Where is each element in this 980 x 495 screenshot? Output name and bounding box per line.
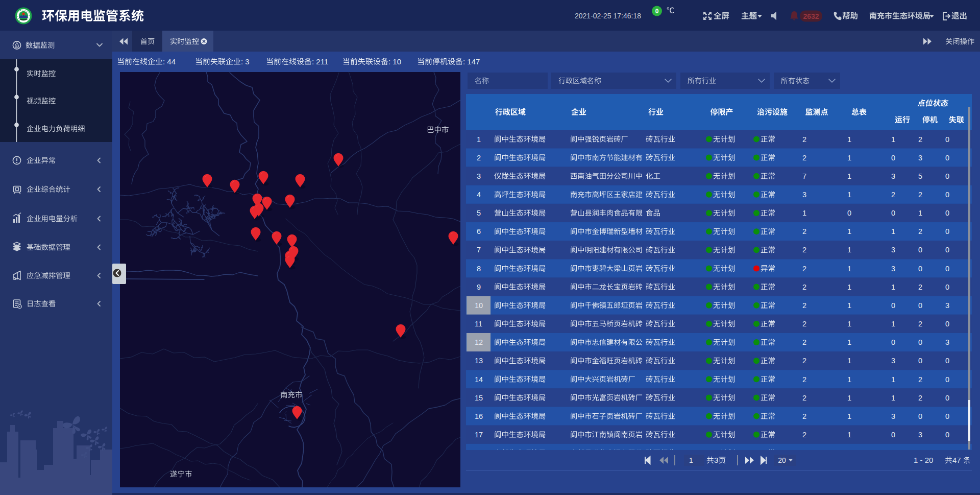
svg-text:0: 0 [891, 154, 895, 162]
svg-text:1: 1 [891, 283, 895, 291]
svg-text:2: 2 [918, 135, 922, 144]
svg-text:3: 3 [891, 246, 895, 254]
svg-text:1: 1 [847, 320, 851, 328]
svg-text:2: 2 [802, 246, 806, 254]
svg-text:2: 2 [918, 283, 922, 291]
svg-text:16: 16 [475, 412, 483, 420]
svg-text:2: 2 [477, 154, 481, 162]
svg-text:1: 1 [847, 227, 851, 235]
svg-text:: 10: : 10 [388, 57, 401, 66]
svg-text:13: 13 [475, 357, 483, 365]
svg-text:3: 3 [918, 431, 922, 439]
svg-text:1: 1 [891, 394, 895, 402]
svg-text:0: 0 [945, 320, 949, 328]
svg-text:: 44: : 44 [163, 57, 176, 66]
svg-text:1: 1 [918, 209, 922, 217]
svg-text:0: 0 [945, 357, 949, 365]
svg-text:0: 0 [918, 301, 922, 310]
svg-text:7: 7 [802, 172, 806, 180]
svg-text:0: 0 [891, 338, 895, 346]
svg-text:1: 1 [847, 431, 851, 439]
svg-text:0: 0 [655, 8, 659, 15]
svg-text:1: 1 [847, 154, 851, 162]
svg-text:2: 2 [918, 394, 922, 402]
svg-text:3: 3 [891, 172, 895, 180]
svg-text:: 147: : 147 [463, 57, 480, 66]
svg-text:17: 17 [475, 431, 483, 439]
svg-text:1: 1 [891, 135, 895, 144]
svg-text:1: 1 [847, 375, 851, 384]
svg-text:: 211: : 211 [312, 57, 328, 66]
svg-text:3: 3 [945, 301, 949, 310]
svg-text:1: 1 [847, 357, 851, 365]
svg-text:0: 0 [918, 412, 922, 420]
svg-text:0: 0 [945, 412, 949, 420]
svg-text:0: 0 [891, 431, 895, 439]
svg-text:11: 11 [475, 320, 482, 328]
svg-text:1: 1 [891, 227, 895, 235]
svg-text:20: 20 [778, 456, 786, 464]
svg-text:2: 2 [802, 154, 806, 162]
svg-text:0: 0 [945, 227, 949, 235]
svg-text:14: 14 [475, 375, 483, 384]
svg-text:1: 1 [847, 394, 851, 402]
svg-text:0: 0 [918, 265, 922, 273]
svg-text:1: 1 [847, 283, 851, 291]
svg-text:2: 2 [891, 191, 895, 199]
svg-text:6: 6 [477, 227, 481, 235]
svg-text:0: 0 [918, 357, 922, 365]
svg-text:0: 0 [847, 209, 851, 217]
svg-text:2: 2 [802, 338, 806, 346]
svg-text:3: 3 [477, 172, 481, 180]
svg-text:3: 3 [802, 191, 806, 199]
svg-text:2: 2 [918, 320, 922, 328]
svg-text:: 3: : 3 [241, 57, 250, 66]
svg-text:0: 0 [945, 191, 949, 199]
svg-text:0: 0 [918, 338, 922, 346]
svg-text:0: 0 [891, 209, 895, 217]
svg-text:0: 0 [945, 375, 949, 384]
svg-text:1 - 20: 1 - 20 [914, 456, 933, 464]
svg-text:2: 2 [802, 135, 806, 144]
svg-text:12: 12 [475, 338, 483, 346]
svg-text:3: 3 [891, 357, 895, 365]
svg-text:5: 5 [918, 172, 922, 180]
svg-text:2: 2 [802, 227, 806, 235]
svg-text:3: 3 [891, 265, 895, 273]
svg-text:2632: 2632 [803, 12, 819, 20]
svg-text:0: 0 [945, 246, 949, 254]
svg-text:2: 2 [802, 320, 806, 328]
svg-text:10: 10 [475, 301, 483, 310]
svg-text:0: 0 [945, 154, 949, 162]
svg-text:1: 1 [802, 209, 806, 217]
svg-text:0: 0 [945, 431, 949, 439]
svg-text:2: 2 [918, 191, 922, 199]
svg-text:2: 2 [802, 265, 806, 273]
svg-text:7: 7 [477, 246, 481, 254]
svg-text:9: 9 [477, 283, 481, 291]
svg-text:1: 1 [689, 456, 693, 464]
svg-text:1: 1 [847, 265, 851, 273]
svg-text:2: 2 [802, 357, 806, 365]
svg-text:2: 2 [802, 283, 806, 291]
svg-text:0: 0 [945, 172, 949, 180]
svg-text:47: 47 [952, 456, 961, 464]
svg-text:3: 3 [945, 338, 949, 346]
svg-text:2: 2 [918, 227, 922, 235]
svg-text:8: 8 [477, 265, 481, 273]
svg-text:0: 0 [945, 265, 949, 273]
svg-text:4: 4 [477, 191, 481, 199]
svg-text:0: 0 [945, 209, 949, 217]
svg-text:2: 2 [802, 431, 806, 439]
svg-text:2: 2 [918, 375, 922, 384]
svg-text:0: 0 [945, 394, 949, 402]
svg-text:0: 0 [918, 246, 922, 254]
svg-text:1: 1 [891, 320, 895, 328]
svg-text:1: 1 [847, 191, 851, 199]
svg-text:2: 2 [802, 412, 806, 420]
svg-text:3: 3 [891, 412, 895, 420]
svg-text:1: 1 [847, 338, 851, 346]
svg-text:0: 0 [945, 283, 949, 291]
svg-text:1: 1 [847, 301, 851, 310]
svg-text:1: 1 [477, 135, 481, 144]
